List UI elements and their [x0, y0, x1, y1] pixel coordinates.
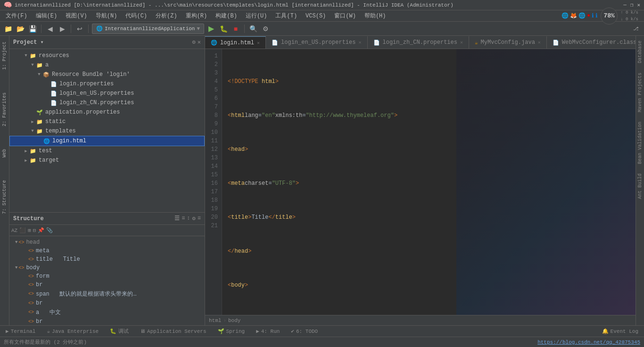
- bottom-tab-java-enterprise[interactable]: ☕ Java Enterprise: [41, 326, 104, 337]
- toolbar: 📁 📂 💾 ◀ ▶ ↩ 🌐 InternatiannllizedApplicat…: [0, 22, 644, 36]
- settings-gear[interactable]: ⚙: [260, 24, 271, 34]
- panel-close-icon[interactable]: ✕: [198, 39, 201, 46]
- struct-item-title[interactable]: <> title Title: [9, 255, 205, 264]
- debug-btn[interactable]: 🐛: [218, 24, 229, 34]
- tree-item-templates[interactable]: ▼ 📁 templates: [9, 126, 205, 136]
- project-tree: ▼ 📁 resources ▼ 📁 a ▼ 📦 Resource Bundle …: [9, 49, 205, 212]
- struct-icon5[interactable]: ≡: [198, 215, 201, 222]
- bottom-tab-run[interactable]: ▶ 4: Run: [250, 326, 285, 337]
- structure-tree: ▼ <> head <> meta <> title Title: [9, 236, 205, 325]
- struct-item-meta[interactable]: <> meta: [9, 247, 205, 255]
- tree-item-login-html[interactable]: 🌐 login.html: [9, 136, 205, 146]
- breadcrumb-html[interactable]: html: [209, 318, 221, 323]
- breadcrumb-body[interactable]: body: [228, 318, 240, 323]
- run-config[interactable]: 🌐 InternatiannllizedApplication ▼: [92, 24, 204, 34]
- menu-item-refactor[interactable]: 重构(R): [182, 11, 211, 21]
- bottom-tab-event-log[interactable]: 🔔 Event Log: [596, 326, 644, 337]
- editor-content[interactable]: 12345 678910 1112131415 1617181920 21 <!…: [205, 49, 636, 315]
- menu-item-analyze[interactable]: 分析(Z): [152, 11, 181, 21]
- sidebar-favorites-label[interactable]: 2: Favorites: [1, 91, 8, 128]
- menu-item-run[interactable]: 运行(U): [242, 11, 271, 21]
- menu-item-help[interactable]: 帮助(H): [361, 11, 390, 21]
- sidebar-project-label[interactable]: 1: Project: [1, 40, 8, 72]
- tree-item-login-en[interactable]: 📄 login_en_US.properties: [9, 89, 205, 98]
- tab-close-icon[interactable]: ✕: [257, 40, 260, 46]
- struct-icon4[interactable]: ⚙: [192, 215, 196, 222]
- bottom-tab-spring[interactable]: 🌱 Spring: [212, 326, 251, 337]
- struct-btn2[interactable]: 📎: [46, 227, 53, 233]
- tab-webmvc[interactable]: 📄 WebMvcConfigurer.class ✕: [547, 36, 636, 49]
- struct-item-br3[interactable]: <> br: [9, 317, 205, 325]
- stop-btn[interactable]: ■: [231, 24, 241, 34]
- git-icon[interactable]: ⎇: [631, 24, 641, 34]
- expand-all-icon[interactable]: ⊞: [28, 227, 31, 233]
- menu-item-file[interactable]: 文件(F): [2, 11, 31, 21]
- menu-item-code[interactable]: 代码(C): [122, 11, 151, 21]
- panel-gear-icon[interactable]: ⚙: [192, 39, 196, 46]
- sidebar-web-label[interactable]: Web: [1, 147, 8, 159]
- tab-close-icon[interactable]: ✕: [460, 40, 463, 45]
- code-area[interactable]: <!DOCTYPE html> <html lang="en" xmlns:th…: [222, 49, 636, 315]
- rs-database[interactable]: Database: [636, 38, 644, 66]
- rs-ant[interactable]: Ant Build: [636, 171, 644, 202]
- struct-item-br2[interactable]: <> br: [9, 299, 205, 307]
- tree-item-resources[interactable]: ▼ 📁 resources: [9, 51, 205, 60]
- search-btn[interactable]: 🔍: [248, 24, 258, 34]
- toolbar-separator-3: [88, 25, 89, 33]
- struct-item-br1[interactable]: <> br: [9, 281, 205, 289]
- struct-item-body[interactable]: ▼ <> body: [9, 264, 205, 272]
- sidebar-structure-label[interactable]: 7: Structure: [1, 178, 8, 216]
- menu-item-vcs[interactable]: VCS(S): [302, 12, 330, 20]
- servers-icon: 🖥: [140, 328, 145, 334]
- tree-item-login-zh[interactable]: 📄 login_zh_CN.properties: [9, 98, 205, 107]
- tab-icon: 📄: [553, 40, 559, 46]
- new-project-btn[interactable]: 📁: [3, 24, 13, 34]
- save-btn[interactable]: 💾: [27, 24, 38, 34]
- tree-item-login-props[interactable]: 📄 login.properties: [9, 79, 205, 89]
- struct-icon2[interactable]: ≡: [182, 215, 185, 222]
- menu-item-nav[interactable]: 导航(N): [92, 11, 121, 21]
- sort-type-icon[interactable]: ⬛: [19, 227, 26, 233]
- menu-item-view[interactable]: 视图(V): [62, 11, 91, 21]
- rs-bean[interactable]: Bean Validation: [636, 119, 644, 167]
- struct-item-span[interactable]: <> span 默认的就是根据请求头带来的区域信息获取国...: [9, 289, 205, 299]
- struct-item-a1[interactable]: <> a 中文: [9, 307, 205, 317]
- tab-close-icon[interactable]: ✕: [358, 40, 361, 45]
- run-btn[interactable]: ▶: [206, 24, 216, 34]
- open-btn[interactable]: 📂: [15, 24, 25, 34]
- tree-item-static[interactable]: ▶ 📁 static: [9, 117, 205, 126]
- bottom-tab-terminal[interactable]: ▶ Terminal: [0, 326, 41, 337]
- undo-btn[interactable]: ↩: [74, 24, 85, 34]
- tree-item-a[interactable]: ▼ 📁 a: [9, 60, 205, 70]
- tree-item-app-props[interactable]: 🌱 application.properties: [9, 107, 205, 117]
- tree-item-target[interactable]: ▶ 📁 target: [9, 156, 205, 165]
- struct-item-head[interactable]: ▼ <> head: [9, 238, 205, 247]
- folder-icon: 📁: [29, 157, 37, 164]
- menu-item-build[interactable]: 构建(B): [212, 11, 241, 21]
- status-link[interactable]: https://blog.csdn.net/qq_42875345: [537, 339, 640, 345]
- bottom-tab-app-servers[interactable]: 🖥 Application Servers: [134, 326, 212, 337]
- back-btn[interactable]: ◀: [45, 24, 55, 34]
- struct-btn1[interactable]: 📌: [38, 227, 44, 233]
- tab-login-html[interactable]: 🌐 login.html ✕: [205, 36, 266, 49]
- tree-item-test[interactable]: ▶ 📁 test: [9, 146, 205, 156]
- collapse-all-icon[interactable]: ⊟: [33, 227, 36, 233]
- rs-maven[interactable]: Maven Projects: [636, 70, 644, 115]
- menu-item-edit[interactable]: 编辑(E): [32, 11, 61, 21]
- tab-close-icon[interactable]: ✕: [538, 40, 541, 45]
- sort-alpha-icon[interactable]: AZ: [11, 228, 17, 233]
- menu-item-window[interactable]: 窗口(W): [330, 11, 360, 21]
- bottom-tab-debug[interactable]: 🐛 调试: [104, 326, 134, 337]
- tab-mymvc[interactable]: ☕ MyMvcConfig.java ✕: [469, 36, 547, 49]
- struct-item-form[interactable]: <> form: [9, 272, 205, 281]
- tree-item-bundle[interactable]: ▼ 📦 Resource Bundle 'login': [9, 70, 205, 79]
- tab-login-zh[interactable]: 📄 login_zh_CN.properties ✕: [368, 36, 469, 49]
- forward-btn[interactable]: ▶: [57, 24, 67, 34]
- tab-login-en[interactable]: 📄 login_en_US.properties ✕: [266, 36, 367, 49]
- struct-icon3[interactable]: ↕: [187, 215, 190, 222]
- menu-item-tools[interactable]: 工具(T): [272, 11, 301, 21]
- struct-icon1[interactable]: ☰: [174, 215, 180, 222]
- bottom-tab-todo[interactable]: ✔ 6: TODO: [285, 326, 323, 337]
- status-bar: 所有文件都是最新的 (2 分钟之前) https://blog.csdn.net…: [0, 337, 644, 347]
- tab-icon: ☕: [475, 40, 478, 46]
